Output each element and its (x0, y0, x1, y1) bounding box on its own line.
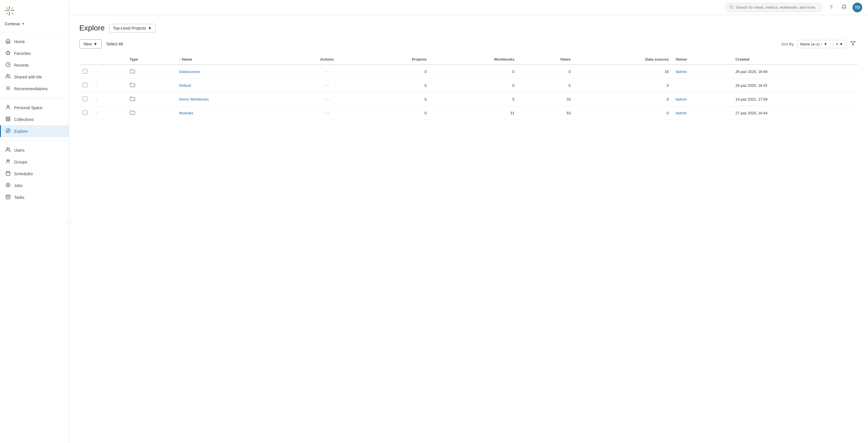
sidebar-item-tasks[interactable]: Tasks (0, 191, 69, 203)
row-owner-link-0[interactable]: fadmin (676, 69, 687, 74)
sidebar-item-users[interactable]: Users (0, 144, 69, 156)
view-button[interactable]: ≡ ▼ (833, 40, 846, 48)
row-actions-dots-3[interactable]: ··· (324, 110, 330, 116)
row-name-link-2[interactable]: Demo Workbooks (179, 97, 209, 101)
row-name-link-1[interactable]: Default (179, 83, 191, 88)
row-owner-link-3[interactable]: fadmin (676, 111, 687, 115)
header-name[interactable]: ↑ Name (176, 54, 293, 65)
sidebar-brand[interactable]: Corteva ▼ (0, 19, 69, 31)
row-checkbox-0[interactable] (83, 69, 87, 73)
filter-button[interactable] (848, 39, 858, 49)
filter-icon (850, 41, 856, 47)
sidebar-item-recents[interactable]: Recents (0, 59, 69, 71)
star-icon-0[interactable]: ☆ (94, 69, 98, 74)
row-actions-cell[interactable]: ··· (294, 79, 360, 93)
sidebar-item-personal-space[interactable]: Personal Space (0, 102, 69, 114)
row-datasources-cell: 0 (574, 79, 672, 93)
toolbar-left: New ▼ Select All (79, 39, 124, 49)
row-star-cell[interactable]: ☆ (91, 93, 126, 106)
sort-button[interactable]: Name (a–z) ↑ ▼ (797, 40, 831, 48)
row-owner-cell[interactable]: fadmin (672, 93, 732, 106)
search-input[interactable] (736, 5, 818, 9)
row-name-cell[interactable]: Demo Workbooks (176, 93, 293, 106)
row-type-cell (126, 106, 176, 120)
sidebar-item-schedules[interactable]: Schedules (0, 168, 69, 180)
breadcrumb-button[interactable]: Top-Level Projects ▼ (109, 24, 155, 32)
groups-label: Groups (14, 160, 27, 164)
row-checkbox-cell[interactable] (79, 79, 91, 93)
favorites-icon (5, 50, 11, 56)
header-type: Type (126, 54, 176, 65)
search-box[interactable] (725, 3, 823, 12)
row-checkbox-3[interactable] (83, 110, 87, 115)
row-checkbox-1[interactable] (83, 83, 87, 87)
recommendations-label: Recommendations (14, 87, 48, 91)
row-name-cell[interactable]: Datasources (176, 65, 293, 79)
star-icon-3[interactable]: ☆ (94, 110, 98, 116)
users-icon (5, 147, 11, 153)
svg-rect-30 (9, 117, 10, 118)
select-all-button[interactable]: Select All (105, 40, 124, 48)
sidebar-item-shared[interactable]: Shared with Me (0, 71, 69, 83)
sort-chevron: ▼ (824, 42, 828, 46)
sidebar-item-home[interactable]: Home (0, 36, 69, 48)
notifications-button[interactable] (840, 3, 848, 11)
svg-marker-51 (851, 41, 855, 45)
svg-rect-11 (11, 13, 12, 13)
row-actions-dots-2[interactable]: ··· (324, 97, 330, 102)
row-star-cell[interactable]: ☆ (91, 65, 126, 79)
tasks-icon (5, 194, 11, 200)
star-icon-2[interactable]: ☆ (94, 97, 98, 102)
new-button[interactable]: New ▼ (79, 39, 102, 49)
row-actions-dots-1[interactable]: ··· (324, 83, 330, 88)
page-title: Explore (79, 24, 104, 32)
svg-rect-4 (9, 8, 10, 10)
row-owner-link-2[interactable]: fadmin (676, 97, 687, 101)
sidebar-item-favorites[interactable]: Favorites (0, 48, 69, 59)
svg-point-43 (6, 183, 10, 187)
svg-line-49 (732, 8, 733, 9)
svg-point-18 (7, 74, 8, 76)
row-actions-dots-0[interactable]: ··· (324, 69, 330, 74)
sidebar-item-collections[interactable]: Collections (0, 114, 69, 125)
header-datasources: Data sources (574, 54, 672, 65)
sidebar-item-recommendations[interactable]: Recommendations (0, 83, 69, 95)
row-star-cell[interactable]: ☆ (91, 79, 126, 93)
brand-chevron: ▼ (22, 22, 25, 26)
sidebar-item-jobs[interactable]: Jobs (0, 180, 69, 191)
home-icon (5, 38, 11, 44)
sidebar-item-groups[interactable]: Groups (0, 156, 69, 168)
row-checkbox-cell[interactable] (79, 93, 91, 106)
svg-rect-3 (13, 10, 14, 11)
row-star-cell[interactable]: ☆ (91, 106, 126, 120)
nav-group-3: Users Groups Schedules (0, 142, 69, 205)
favorites-label: Favorites (14, 51, 31, 56)
user-avatar[interactable]: TD (852, 3, 862, 12)
row-checkbox-cell[interactable] (79, 65, 91, 79)
recents-icon (5, 62, 11, 68)
row-actions-cell[interactable]: ··· (294, 93, 360, 106)
row-owner-cell[interactable]: fadmin (672, 65, 732, 79)
svg-line-26 (6, 89, 7, 90)
row-actions-cell[interactable]: ··· (294, 65, 360, 79)
svg-rect-29 (6, 117, 7, 118)
row-owner-cell[interactable]: fadmin (672, 106, 732, 120)
row-checkbox-2[interactable] (83, 97, 87, 101)
row-checkbox-cell[interactable] (79, 106, 91, 120)
row-actions-cell[interactable]: ··· (294, 106, 360, 120)
sidebar-collapse-button[interactable]: ‹ (65, 218, 72, 225)
row-name-cell[interactable]: Modules (176, 106, 293, 120)
sidebar-item-explore[interactable]: Explore (0, 125, 69, 137)
star-icon-1[interactable]: ☆ (94, 83, 98, 88)
row-name-cell[interactable]: Default (176, 79, 293, 93)
row-views-cell: 0 (518, 65, 574, 79)
row-name-link-3[interactable]: Modules (179, 111, 193, 115)
divider-1 (0, 32, 69, 32)
row-projects-cell: 0 (360, 106, 430, 120)
svg-rect-5 (9, 12, 10, 13)
row-name-link-0[interactable]: Datasources (179, 69, 200, 74)
personal-space-icon (5, 104, 11, 110)
help-button[interactable]: ? (827, 3, 835, 11)
svg-rect-13 (12, 7, 13, 8)
nav-group-2: Personal Space Collections Explore (0, 99, 69, 139)
